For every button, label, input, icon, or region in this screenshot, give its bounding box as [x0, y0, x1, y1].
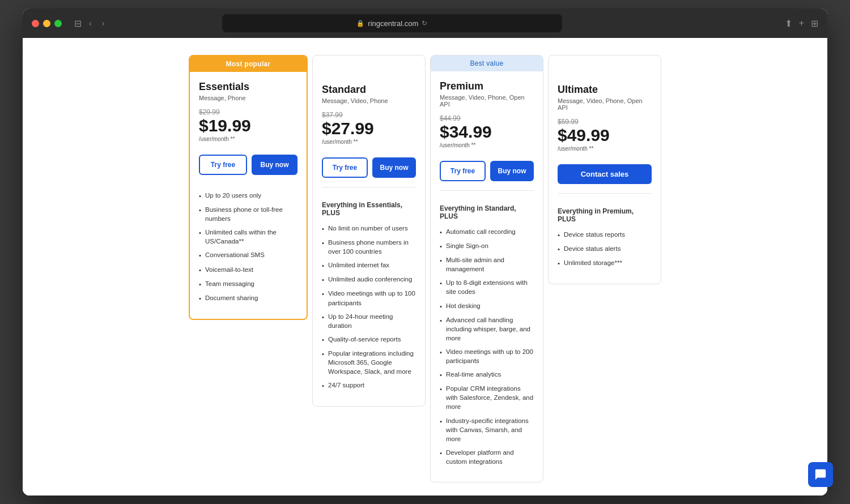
- bullet-icon: •: [440, 242, 442, 251]
- chat-icon: [814, 468, 827, 481]
- list-item: •Video meetings with up to 200 participa…: [440, 347, 534, 365]
- list-item: •Device status reports: [558, 230, 652, 240]
- bullet-icon: •: [440, 279, 442, 296]
- divider-standard: [322, 187, 416, 187]
- list-item: •Unlimited storage***: [558, 258, 652, 268]
- chat-bubble-button[interactable]: [808, 462, 833, 487]
- list-item: •Up to 24-hour meeting duration: [322, 312, 416, 330]
- list-item: •Voicemail-to-text: [199, 265, 298, 275]
- bullet-icon: •: [440, 385, 442, 411]
- plus-label-ultimate: Everything in Premium, PLUS: [558, 207, 652, 223]
- plus-label-premium: Everything in Standard, PLUS: [440, 204, 534, 220]
- list-item: •Popular integrations including Microsof…: [322, 349, 416, 376]
- list-item: •Industry-specific integrations with Can…: [440, 416, 534, 443]
- browser-actions: ⬆ + ⊞: [785, 18, 818, 29]
- url-text: ringcentral.com: [368, 19, 418, 28]
- list-item: •Quality-of-service reports: [322, 335, 416, 344]
- buy-now-button-premium[interactable]: Buy now: [490, 161, 534, 181]
- plan-pricing-standard: $37.99 $27.99 /user/month **: [313, 111, 425, 152]
- list-item: •Unlimited audio conferencing: [322, 275, 416, 284]
- pricing-container: Most popular Essentials Message, Phone $…: [45, 55, 805, 482]
- bullet-icon: •: [322, 261, 324, 270]
- plan-header-premium: Premium Message, Video, Phone, Open API: [431, 71, 543, 114]
- plan-card-essentials: Most popular Essentials Message, Phone $…: [189, 55, 308, 320]
- address-bar[interactable]: 🔒 ringcentral.com ↻: [222, 14, 562, 32]
- bullet-icon: •: [440, 370, 442, 379]
- bullet-icon: •: [322, 349, 324, 376]
- plan-features-standard: Everything in Essentials, PLUS •No limit…: [313, 194, 425, 406]
- contact-sales-button[interactable]: Contact sales: [558, 164, 652, 184]
- current-price-ultimate: $49.99: [558, 127, 652, 144]
- list-item: •Developer platform and custom integrati…: [440, 448, 534, 466]
- new-tab-icon[interactable]: +: [799, 18, 804, 28]
- bullet-icon: •: [558, 259, 560, 268]
- grid-icon[interactable]: ⊞: [811, 18, 818, 29]
- plan-subtitle-standard: Message, Video, Phone: [322, 97, 416, 104]
- list-item: •Up to 8-digit extensions with site code…: [440, 278, 534, 296]
- try-free-button-essentials[interactable]: Try free: [199, 155, 247, 175]
- list-item: •Real-time analytics: [440, 370, 534, 379]
- minimize-button[interactable]: [43, 20, 50, 27]
- bullet-icon: •: [199, 206, 201, 223]
- bullet-icon: •: [558, 245, 560, 254]
- original-price-essentials: $29.99: [199, 108, 298, 116]
- current-price-essentials: $19.99: [199, 117, 298, 134]
- plan-subtitle-essentials: Message, Phone: [199, 95, 298, 101]
- list-item: •Video meetings with up to 100 participa…: [322, 289, 416, 307]
- bullet-icon: •: [199, 294, 201, 303]
- share-icon[interactable]: ⬆: [785, 18, 792, 29]
- list-item: •Single Sign-on: [440, 241, 534, 251]
- per-user-essentials: /user/month **: [199, 136, 298, 142]
- list-item: •Hot desking: [440, 301, 534, 311]
- plan-card-ultimate: Ultimate Message, Video, Phone, Open API…: [548, 55, 661, 284]
- plan-pricing-ultimate: $59.99 $49.99 /user/month **: [549, 118, 661, 159]
- original-price-ultimate: $59.99: [558, 118, 652, 126]
- list-item: •Unlimited internet fax: [322, 260, 416, 270]
- browser-content: Most popular Essentials Message, Phone $…: [23, 38, 827, 496]
- forward-button[interactable]: ›: [99, 18, 108, 29]
- list-item: •Advanced call handling including whispe…: [440, 315, 534, 343]
- close-button[interactable]: [32, 20, 39, 27]
- bullet-icon: •: [322, 289, 324, 307]
- browser-controls: ⊟ ‹ ›: [74, 18, 107, 29]
- list-item: •Unlimited calls within the US/Canada**: [199, 228, 298, 246]
- buy-now-button-essentials[interactable]: Buy now: [252, 155, 298, 175]
- plan-card-premium: Best value Premium Message, Video, Phone…: [430, 55, 543, 482]
- plan-name-premium: Premium: [440, 80, 534, 92]
- bullet-icon: •: [322, 381, 324, 390]
- per-user-standard: /user/month **: [322, 139, 416, 145]
- list-item: •No limit on number of users: [322, 224, 416, 233]
- bullet-icon: •: [558, 230, 560, 240]
- try-free-button-premium[interactable]: Try free: [440, 161, 486, 181]
- lock-icon: 🔒: [356, 20, 364, 27]
- bullet-icon: •: [440, 449, 442, 466]
- popular-badge: Most popular: [190, 56, 307, 72]
- list-item: •Up to 20 users only: [199, 191, 298, 200]
- maximize-button[interactable]: [54, 20, 62, 27]
- buy-now-button-standard[interactable]: Buy now: [372, 157, 416, 178]
- bullet-icon: •: [322, 335, 324, 344]
- best-value-badge: Best value: [431, 55, 543, 71]
- bullet-icon: •: [199, 266, 201, 275]
- badge-spacer-ultimate: [549, 55, 661, 75]
- current-price-standard: $27.99: [322, 120, 416, 137]
- original-price-premium: $44.99: [440, 114, 534, 122]
- try-free-button-standard[interactable]: Try free: [322, 157, 368, 178]
- plan-pricing-essentials: $29.99 $19.99 /user/month **: [190, 108, 307, 149]
- list-item: •24/7 support: [322, 381, 416, 390]
- bullet-icon: •: [322, 224, 324, 233]
- sidebar-icon[interactable]: ⊟: [74, 18, 82, 29]
- divider-ultimate: [558, 193, 652, 194]
- plan-subtitle-ultimate: Message, Video, Phone, Open API: [558, 97, 652, 111]
- bullet-icon: •: [199, 228, 201, 246]
- bullet-icon: •: [199, 280, 201, 289]
- list-item: •Automatic call recording: [440, 227, 534, 237]
- plan-name-essentials: Essentials: [199, 81, 298, 93]
- bullet-icon: •: [322, 313, 324, 330]
- plan-pricing-premium: $44.99 $34.99 /user/month **: [431, 114, 543, 155]
- back-button[interactable]: ‹: [86, 18, 95, 29]
- list-item: •Popular CRM integrations with Salesforc…: [440, 384, 534, 411]
- reload-icon[interactable]: ↻: [422, 19, 427, 27]
- browser-window: ⊟ ‹ › 🔒 ringcentral.com ↻ ⬆ + ⊞ Most pop…: [23, 8, 827, 496]
- browser-titlebar: ⊟ ‹ › 🔒 ringcentral.com ↻ ⬆ + ⊞: [23, 8, 827, 38]
